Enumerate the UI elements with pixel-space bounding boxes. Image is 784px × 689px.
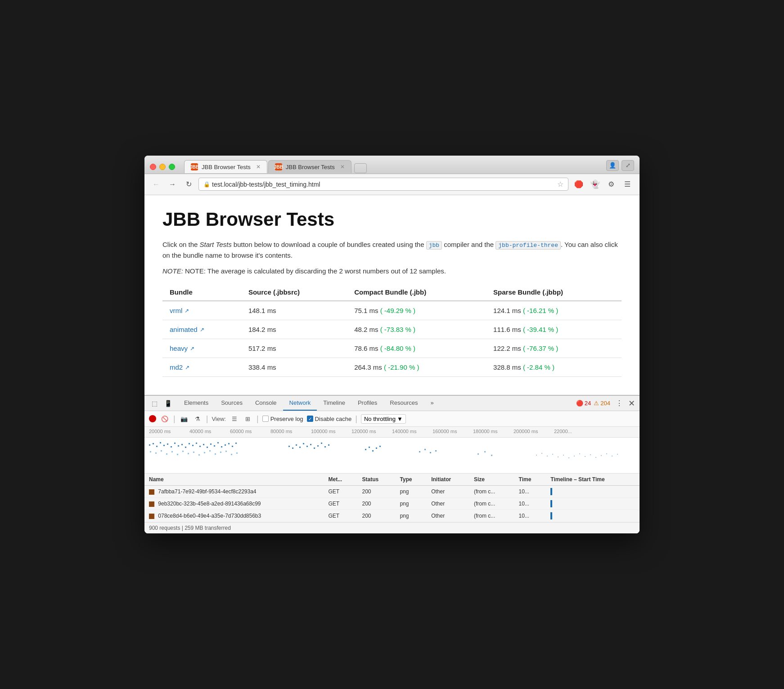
bundle-link[interactable]: animated ↗ — [170, 326, 234, 333]
devtools-tab-network[interactable]: Network — [283, 396, 317, 411]
jbb-profile-link[interactable]: jbb-profile-three — [496, 241, 561, 250]
bundle-name: vrml — [170, 307, 182, 314]
start-tests-link[interactable]: Start Tests — [200, 241, 232, 248]
tab-2[interactable]: JBB JBB Browser Tests ✕ — [268, 160, 351, 173]
svg-rect-55 — [568, 457, 569, 458]
warn-triangle-icon: ⚠ — [594, 400, 599, 407]
tab-label-2: JBB Browser Tests — [286, 164, 335, 170]
devtools-more-icon[interactable]: ⋮ — [616, 399, 623, 407]
timeline-bar-icon — [550, 488, 552, 495]
svg-rect-4 — [163, 445, 165, 446]
close-button[interactable] — [150, 164, 156, 170]
devtools-tab-resources[interactable]: Resources — [383, 396, 424, 411]
record-button[interactable] — [149, 415, 156, 422]
svg-rect-64 — [617, 454, 618, 455]
file-icon — [149, 501, 154, 507]
external-link-icon: ↗ — [185, 308, 189, 314]
devtools-tab-timeline[interactable]: Timeline — [317, 396, 351, 411]
svg-rect-57 — [579, 453, 580, 454]
svg-rect-2 — [156, 446, 158, 447]
net-method-cell: GET — [324, 498, 358, 510]
timeline-svg — [144, 438, 640, 474]
svg-rect-73 — [193, 452, 194, 453]
devtools-tab-[interactable]: » — [424, 396, 440, 411]
preserve-log-checkbox[interactable] — [262, 416, 269, 422]
net-name-cell: 9eb320bc-323b-45e8-a2ed-891436a68c99 — [144, 498, 324, 510]
svg-rect-27 — [296, 444, 297, 446]
filter-icon[interactable]: ⚗ — [193, 414, 203, 424]
new-tab-button[interactable] — [354, 163, 367, 173]
network-col-header: Timeline – Start Time — [546, 474, 640, 486]
user-icon[interactable]: 👤 — [606, 160, 619, 171]
svg-rect-15 — [203, 444, 204, 445]
devtools-close-icon[interactable]: ✕ — [628, 398, 635, 408]
net-method-cell: GET — [324, 486, 358, 498]
devtools-tab-profiles[interactable]: Profiles — [351, 396, 383, 411]
svg-rect-72 — [188, 453, 189, 454]
settings-icon[interactable]: ⚙ — [604, 178, 618, 191]
svg-rect-29 — [303, 443, 304, 444]
compact-cell: 48.2 ms ( -73.83 % ) — [347, 320, 486, 339]
error-count: 24 — [585, 400, 591, 407]
preserve-log-label: Preserve log — [270, 416, 303, 422]
tab-close-2[interactable]: ✕ — [340, 164, 345, 170]
view-list-icon[interactable]: ☰ — [230, 414, 239, 424]
disable-cache-checkbox[interactable]: ✓ — [307, 416, 313, 422]
menu-icon[interactable]: ☰ — [621, 178, 634, 191]
maximize-button[interactable] — [169, 164, 175, 170]
reload-button[interactable]: ↻ — [182, 178, 195, 191]
clear-icon[interactable]: 🚫 — [160, 414, 170, 424]
jbb-code-link[interactable]: jbb — [426, 241, 442, 250]
stop-icon[interactable]: 🛑 — [572, 178, 586, 191]
inspect-icon[interactable]: ⬚ — [149, 398, 160, 409]
devtools-tab-console[interactable]: Console — [249, 396, 283, 411]
devtools-panel: ⬚ 📱 ElementsSourcesConsoleNetworkTimelin… — [144, 395, 640, 533]
col-compact: Compact Bundle (.jbb) — [347, 284, 486, 301]
warn-count: 204 — [600, 400, 610, 407]
lock-icon: 🔒 — [203, 181, 210, 188]
net-status-cell: 200 — [358, 498, 396, 510]
sparse-cell: 124.1 ms ( -16.21 % ) — [486, 301, 622, 320]
status-text: 900 requests | 259 MB transferred — [149, 525, 231, 531]
svg-rect-69 — [171, 451, 173, 452]
forward-button[interactable]: → — [166, 178, 179, 191]
mobile-icon[interactable]: 📱 — [162, 398, 173, 409]
network-col-header: Status — [358, 474, 396, 486]
svg-rect-59 — [590, 454, 591, 455]
devtools-tab-sources[interactable]: Sources — [215, 396, 249, 411]
bundle-link[interactable]: md2 ↗ — [170, 363, 234, 371]
url-domain: test.local — [212, 181, 237, 188]
svg-rect-40 — [376, 447, 377, 449]
bundle-link[interactable]: vrml ↗ — [170, 307, 234, 314]
ghost-icon[interactable]: 👻 — [588, 178, 602, 191]
title-bar: JBB JBB Browser Tests ✕ JBB JBB Browser … — [144, 156, 640, 174]
camera-icon[interactable]: 📷 — [179, 414, 189, 424]
fullscreen-icon[interactable]: ⤢ — [622, 160, 634, 171]
tab-favicon-2: JBB — [275, 163, 282, 170]
svg-rect-68 — [166, 453, 167, 455]
net-timeline-cell — [546, 486, 640, 498]
throttle-select[interactable]: No throttling ▼ — [361, 414, 406, 424]
bookmark-star-icon[interactable]: ☆ — [557, 180, 563, 188]
minimize-button[interactable] — [159, 164, 166, 170]
back-button[interactable]: ← — [150, 178, 162, 191]
svg-rect-19 — [217, 442, 219, 443]
svg-rect-36 — [328, 444, 329, 446]
net-time-cell: 10... — [514, 510, 546, 522]
ruler-mark: 100000 ms — [311, 429, 351, 434]
svg-rect-47 — [484, 451, 486, 452]
traffic-lights — [150, 164, 175, 170]
svg-rect-43 — [424, 449, 426, 450]
bundle-cell: vrml ↗ — [162, 301, 241, 320]
devtools-tab-elements[interactable]: Elements — [178, 396, 215, 411]
network-col-header: Time — [514, 474, 546, 486]
svg-rect-35 — [324, 446, 326, 447]
bundle-cell: animated ↗ — [162, 320, 241, 339]
bundle-link[interactable]: heavy ↗ — [170, 344, 234, 352]
view-tree-icon[interactable]: ⊞ — [243, 414, 253, 424]
compact-cell: 78.6 ms ( -84.80 % ) — [347, 339, 486, 358]
svg-rect-79 — [225, 451, 227, 452]
tab-close-1[interactable]: ✕ — [256, 164, 261, 170]
address-bar[interactable]: 🔒 test.local/jbb-tests/jbb_test_timing.h… — [198, 178, 568, 191]
tab-active[interactable]: JBB JBB Browser Tests ✕ — [184, 160, 267, 173]
